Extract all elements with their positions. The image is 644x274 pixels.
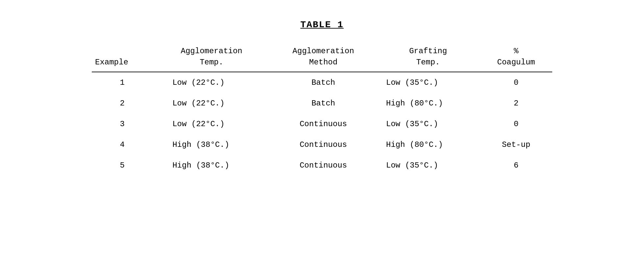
cell-coagulum: 0	[480, 72, 552, 93]
col-header-grafting-temp: Grafting Temp.	[376, 43, 480, 72]
col-header-example: Example	[92, 43, 153, 72]
cell-example: 1	[92, 72, 153, 93]
cell-agglomeration-temp: High (38°C.)	[153, 155, 270, 176]
cell-coagulum: 6	[480, 155, 552, 176]
cell-coagulum: 0	[480, 114, 552, 134]
cell-agglomeration-temp: Low (22°C.)	[153, 114, 270, 134]
cell-grafting-temp: Low (35°C.)	[376, 72, 480, 93]
cell-example: 3	[92, 114, 153, 134]
cell-example: 5	[92, 155, 153, 176]
cell-grafting-temp: Low (35°C.)	[376, 114, 480, 134]
cell-grafting-temp: High (80°C.)	[376, 93, 480, 114]
cell-example: 2	[92, 93, 153, 114]
cell-agglomeration-method: Continuous	[270, 114, 376, 134]
table-header-row: Example Agglomeration Temp. Agglomeratio…	[92, 43, 552, 72]
cell-grafting-temp: High (80°C.)	[376, 134, 480, 155]
cell-agglomeration-temp: High (38°C.)	[153, 134, 270, 155]
table-row: 5High (38°C.)ContinuousLow (35°C.)6	[92, 155, 552, 176]
cell-agglomeration-method: Batch	[270, 72, 376, 93]
data-table: Example Agglomeration Temp. Agglomeratio…	[92, 43, 552, 176]
table-row: 4High (38°C.)ContinuousHigh (80°C.)Set-u…	[92, 134, 552, 155]
page-container: TABLE 1 Example Agglomeration Temp. Aggl…	[0, 0, 644, 274]
cell-agglomeration-temp: Low (22°C.)	[153, 72, 270, 93]
col-header-agglomeration-temp: Agglomeration Temp.	[153, 43, 270, 72]
table-wrapper: TABLE 1 Example Agglomeration Temp. Aggl…	[92, 20, 552, 176]
cell-agglomeration-temp: Low (22°C.)	[153, 93, 270, 114]
cell-agglomeration-method: Continuous	[270, 134, 376, 155]
cell-agglomeration-method: Continuous	[270, 155, 376, 176]
table-row: 2Low (22°C.)BatchHigh (80°C.)2	[92, 93, 552, 114]
cell-example: 4	[92, 134, 153, 155]
col-header-agglomeration-method: Agglomeration Method	[270, 43, 376, 72]
col-header-coagulum: % Coagulum	[480, 43, 552, 72]
cell-agglomeration-method: Batch	[270, 93, 376, 114]
cell-grafting-temp: Low (35°C.)	[376, 155, 480, 176]
table-row: 1Low (22°C.)BatchLow (35°C.)0	[92, 72, 552, 93]
cell-coagulum: 2	[480, 93, 552, 114]
table-row: 3Low (22°C.)ContinuousLow (35°C.)0	[92, 114, 552, 134]
table-title: TABLE 1	[92, 20, 552, 30]
cell-coagulum: Set-up	[480, 134, 552, 155]
